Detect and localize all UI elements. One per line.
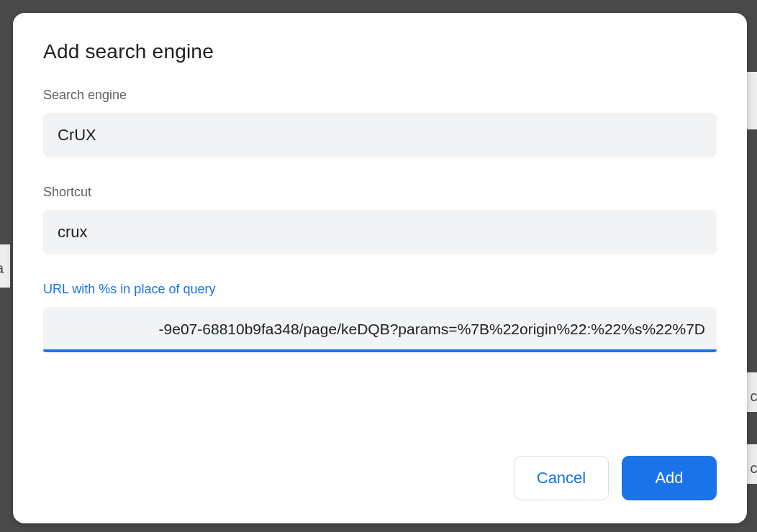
shortcut-label: Shortcut [43,185,717,200]
field-url: URL with %s in place of query [43,282,717,352]
url-label: URL with %s in place of query [43,282,717,297]
cancel-button[interactable]: Cancel [514,456,609,500]
add-search-engine-dialog: Add search engine Search engine Shortcut… [13,13,747,523]
background-text-fragment: ct [750,460,757,477]
dialog-actions: Cancel Add [43,456,717,500]
spacer [43,352,717,456]
url-input[interactable] [43,307,717,352]
focus-underline [43,349,717,352]
field-search-engine: Search engine [43,88,717,157]
dialog-title: Add search engine [43,40,717,63]
background-strip [747,72,757,129]
background-text-fragment: a [0,260,4,277]
shortcut-input[interactable] [43,210,717,254]
search-engine-label: Search engine [43,88,717,103]
background-text-fragment: ct [750,388,757,405]
field-shortcut: Shortcut [43,185,717,254]
search-engine-input[interactable] [43,113,717,157]
url-input-wrap [43,307,717,352]
add-button[interactable]: Add [622,456,717,500]
